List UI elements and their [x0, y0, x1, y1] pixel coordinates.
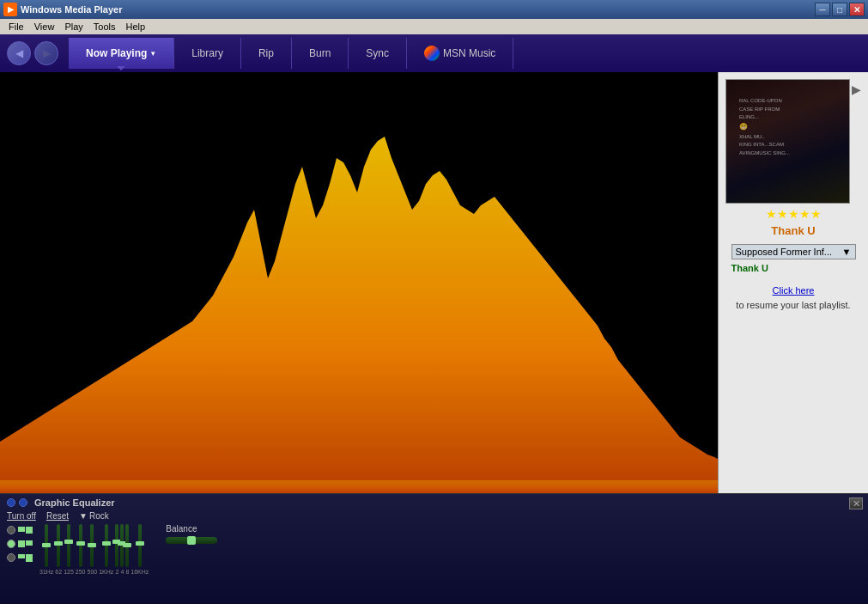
visualizer — [0, 72, 718, 493]
eq-radio-1[interactable] — [7, 526, 15, 534]
eq-slider-thumb-3[interactable] — [76, 541, 85, 546]
eq-band-8: 8 — [125, 524, 129, 575]
eq-header: Graphic Equalizer ✕ — [7, 497, 861, 508]
eq-slider-track-6[interactable] — [115, 524, 118, 567]
eq-close-button[interactable]: ✕ — [849, 497, 863, 509]
eq-turnoff-button[interactable]: Turn off — [7, 511, 36, 521]
eq-band-31Hz: 31Hz — [39, 524, 53, 575]
eq-slider-track-2[interactable] — [67, 524, 70, 567]
resume-text: to resume your last playlist. — [736, 300, 850, 310]
eq-band-4: 4 — [120, 524, 124, 575]
balance-track[interactable] — [166, 537, 217, 544]
eq-slider-thumb-4[interactable] — [88, 543, 96, 547]
eq-band-label-3: 250 — [76, 569, 86, 575]
eq-slider-thumb-9[interactable] — [136, 541, 144, 546]
playlist-dropdown[interactable]: Supposed Former Inf... ▼ — [731, 244, 856, 259]
tab-now-playing[interactable]: Now Playing ▼ — [69, 38, 174, 69]
eq-slider-track-3[interactable] — [79, 524, 82, 567]
resume-section: Click here to resume your last playlist. — [736, 284, 850, 312]
eq-dot-1[interactable] — [7, 498, 15, 507]
current-track: Thank U — [731, 263, 856, 273]
forward-button[interactable]: ▶ — [34, 41, 58, 65]
menu-file[interactable]: File — [3, 19, 29, 34]
visualizer-svg — [0, 72, 718, 493]
eq-band-125: 125 — [64, 524, 74, 575]
eq-slider-thumb-2[interactable] — [64, 540, 73, 544]
tab-burn[interactable]: Burn — [292, 38, 349, 69]
eq-preset-dropdown[interactable]: ▼ Rock — [79, 511, 109, 521]
title-bar: ▶ Windows Media Player ─ □ ✕ — [0, 0, 868, 19]
eq-band-62: 62 — [55, 524, 62, 575]
eq-band-label-7: 4 — [120, 569, 124, 575]
window-title: Windows Media Player — [21, 4, 123, 15]
eq-slider-thumb-5[interactable] — [102, 541, 111, 546]
star-rating[interactable]: ★★★★★ — [766, 207, 822, 221]
back-button[interactable]: ◀ — [7, 41, 31, 65]
eq-slider-thumb-0[interactable] — [42, 543, 51, 547]
balance-thumb[interactable] — [187, 536, 196, 545]
eq-slider-track-1[interactable] — [57, 524, 60, 567]
eq-band-label-2: 125 — [64, 569, 74, 575]
eq-band-500: 500 — [88, 524, 98, 575]
menu-tools[interactable]: Tools — [88, 19, 121, 34]
nav-bar: ◀ ▶ Now Playing ▼ Library Rip Burn Sync … — [0, 34, 868, 72]
track-title: Thank U — [771, 224, 815, 237]
balance-section: Balance — [166, 524, 217, 544]
eq-band-label-1: 62 — [55, 569, 62, 575]
eq-band-250: 250 — [76, 524, 86, 575]
eq-radio-2[interactable] — [7, 540, 15, 548]
tab-library[interactable]: Library — [174, 38, 241, 69]
app-icon: ▶ — [3, 3, 17, 16]
tab-rip[interactable]: Rip — [241, 38, 292, 69]
eq-band-label-8: 8 — [125, 569, 129, 575]
eq-controls: Turn off Reset ▼ Rock — [7, 511, 861, 521]
eq-dot-2[interactable] — [19, 498, 27, 507]
eq-band-1KHz: 1KHz — [99, 524, 113, 575]
menu-help[interactable]: Help — [120, 19, 150, 34]
eq-slider-track-0[interactable] — [45, 524, 48, 567]
tab-sync[interactable]: Sync — [349, 38, 407, 69]
eq-band-label-0: 31Hz — [39, 569, 53, 575]
menu-view[interactable]: View — [29, 19, 60, 34]
minimize-button[interactable]: ─ — [815, 3, 830, 16]
eq-reset-button[interactable]: Reset — [46, 511, 69, 521]
eq-band-label-5: 1KHz — [99, 569, 113, 575]
eq-slider-track-9[interactable] — [138, 524, 142, 567]
eq-title: Graphic Equalizer — [34, 497, 115, 508]
right-panel: RAL CODE-UPON CASE RIP FROM ELING... 😬 X… — [718, 72, 868, 493]
eq-band-label-6: 2 — [115, 569, 118, 575]
main-content: RAL CODE-UPON CASE RIP FROM ELING... 😬 X… — [0, 72, 868, 493]
svg-rect-2 — [0, 480, 718, 493]
eq-slider-track-4[interactable] — [90, 524, 94, 567]
nav-tabs: Now Playing ▼ Library Rip Burn Sync MSN … — [69, 38, 513, 69]
eq-slider-thumb-8[interactable] — [123, 543, 131, 547]
balance-label: Balance — [166, 524, 217, 534]
menu-bar: File View Play Tools Help — [0, 19, 868, 34]
eq-band-label-9: 16KHz — [131, 569, 149, 575]
menu-play[interactable]: Play — [59, 19, 88, 34]
maximize-button[interactable]: □ — [832, 3, 847, 16]
eq-band-label-4: 500 — [88, 569, 98, 575]
eq-band-16KHz: 16KHz — [131, 524, 149, 575]
tab-msn-music[interactable]: MSN Music — [407, 38, 513, 69]
eq-slider-track-5[interactable] — [105, 524, 108, 567]
equalizer-panel: Graphic Equalizer ✕ Turn off Reset ▼ Roc… — [0, 493, 868, 604]
click-here-link[interactable]: Click here — [773, 285, 815, 296]
album-art: RAL CODE-UPON CASE RIP FROM ELING... 😬 X… — [725, 79, 850, 204]
close-button[interactable]: ✕ — [849, 3, 865, 16]
arrow-button[interactable]: ▶ — [852, 82, 861, 96]
album-art-container: RAL CODE-UPON CASE RIP FROM ELING... 😬 X… — [725, 79, 861, 204]
eq-mode-selectors — [7, 526, 33, 562]
eq-radio-3[interactable] — [7, 553, 15, 562]
eq-sliders: 31Hz 62 125 250 500 1KHz — [39, 524, 149, 575]
eq-band-2: 2 — [115, 524, 118, 575]
window-controls: ─ □ ✕ — [815, 3, 865, 16]
eq-slider-track-8[interactable] — [125, 524, 129, 567]
eq-slider-thumb-1[interactable] — [54, 541, 63, 546]
